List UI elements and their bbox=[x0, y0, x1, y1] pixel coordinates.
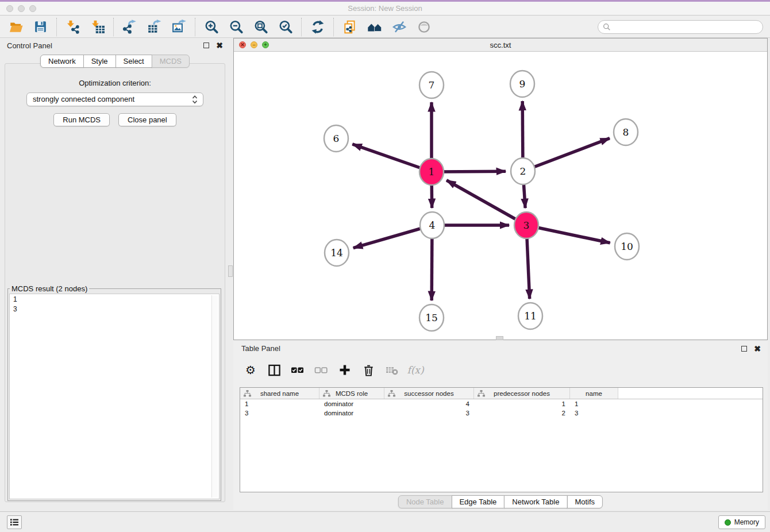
svg-text:9: 9 bbox=[519, 78, 526, 90]
toolbar-separator bbox=[333, 18, 334, 36]
graph-node-1[interactable]: 1 bbox=[419, 159, 444, 185]
tab-network-table[interactable]: Network Table bbox=[504, 495, 567, 508]
save-session-button[interactable] bbox=[28, 18, 53, 36]
close-panel-button[interactable]: Close panel bbox=[118, 113, 176, 126]
graph-node-14[interactable]: 14 bbox=[325, 240, 349, 266]
table-cell[interactable]: 3 bbox=[570, 408, 618, 418]
close-table-panel-icon[interactable]: ✖ bbox=[754, 346, 761, 352]
graph-node-2[interactable]: 2 bbox=[511, 158, 535, 184]
optimization-criterion-label: Optimization criterion: bbox=[5, 79, 225, 87]
import-network-button[interactable] bbox=[60, 18, 85, 36]
tab-network[interactable]: Network bbox=[40, 55, 84, 68]
deselect-all-button[interactable] bbox=[313, 362, 329, 378]
tab-edge-table[interactable]: Edge Table bbox=[451, 495, 505, 508]
network-zoom-icon[interactable]: + bbox=[262, 41, 269, 48]
tab-style[interactable]: Style bbox=[83, 55, 116, 68]
apply-layout-button[interactable] bbox=[305, 18, 330, 36]
hide-selected-button[interactable] bbox=[387, 18, 411, 36]
graph-node-15[interactable]: 15 bbox=[419, 304, 444, 331]
network-close-icon[interactable]: ✕ bbox=[239, 41, 246, 48]
tab-mcds[interactable]: MCDS bbox=[152, 55, 190, 68]
svg-text:4: 4 bbox=[429, 219, 436, 231]
graph-node-7[interactable]: 7 bbox=[419, 72, 444, 98]
table-cell[interactable]: 4 bbox=[384, 399, 474, 408]
graph-node-11[interactable]: 11 bbox=[518, 303, 542, 329]
import-table-button[interactable] bbox=[85, 18, 110, 36]
table-cell[interactable]: dominator bbox=[319, 399, 384, 408]
table-cell[interactable]: 3 bbox=[384, 408, 474, 418]
show-column-button[interactable] bbox=[266, 362, 282, 378]
network-window-titlebar[interactable]: ✕ – + scc.txt bbox=[234, 38, 767, 52]
panel-splitter-handle-vertical[interactable] bbox=[228, 265, 233, 277]
zoom-selected-button[interactable] bbox=[273, 18, 298, 36]
mcds-result-list[interactable]: 13 bbox=[9, 294, 220, 499]
first-neighbors-button[interactable] bbox=[362, 18, 387, 36]
criterion-select[interactable]: strongly connected component bbox=[26, 92, 203, 106]
tab-motifs[interactable]: Motifs bbox=[567, 495, 603, 508]
graph-node-6[interactable]: 6 bbox=[324, 125, 348, 152]
export-network-button[interactable] bbox=[117, 18, 142, 36]
control-panel: Control Panel ✖ NetworkStyleSelectMCDS O… bbox=[0, 38, 230, 504]
graph-edge-3-1[interactable] bbox=[446, 180, 526, 225]
mcds-result-item[interactable]: 3 bbox=[13, 304, 219, 314]
column-type-icon bbox=[478, 390, 485, 397]
export-image-button[interactable] bbox=[167, 18, 191, 36]
eye-slash-icon bbox=[392, 20, 407, 34]
home-pair-icon bbox=[367, 20, 383, 34]
column-header-name[interactable]: name bbox=[570, 388, 618, 399]
duplicate-network-button[interactable] bbox=[337, 18, 362, 36]
zoom-in-button[interactable] bbox=[199, 18, 224, 36]
table-cell[interactable]: 1 bbox=[570, 399, 618, 408]
table-row[interactable]: 3dominator323 bbox=[240, 408, 763, 418]
network-minimize-icon[interactable]: – bbox=[251, 41, 257, 48]
network-graph-svg[interactable]: 1234678910111415 bbox=[234, 52, 767, 340]
result-scrollbar[interactable] bbox=[211, 295, 218, 498]
memory-button[interactable]: Memory bbox=[718, 515, 765, 529]
show-all-button[interactable] bbox=[411, 18, 436, 36]
graph-node-10[interactable]: 10 bbox=[615, 233, 639, 260]
delete-row-button[interactable] bbox=[360, 362, 376, 378]
table-cell[interactable]: 2 bbox=[474, 408, 570, 418]
table-cell[interactable]: 1 bbox=[240, 399, 319, 408]
mcds-result-item[interactable]: 1 bbox=[13, 295, 219, 304]
table-options-button[interactable]: ⚙ bbox=[242, 362, 259, 378]
task-history-button[interactable] bbox=[7, 515, 22, 529]
float-panel-icon[interactable] bbox=[203, 43, 209, 48]
panel-splitter-handle-horizontal[interactable] bbox=[496, 336, 503, 340]
graph-node-8[interactable]: 8 bbox=[614, 119, 638, 145]
plus-icon bbox=[338, 363, 352, 377]
delete-table-button[interactable] bbox=[384, 362, 400, 378]
close-panel-icon[interactable]: ✖ bbox=[216, 43, 223, 48]
zoom-out-button[interactable] bbox=[224, 18, 248, 36]
svg-text:10: 10 bbox=[621, 241, 633, 252]
open-session-button[interactable] bbox=[3, 18, 28, 36]
column-header-MCDS-role[interactable]: MCDS role bbox=[319, 388, 384, 399]
graph-edge-2-8[interactable] bbox=[523, 138, 610, 171]
table-cell[interactable]: 1 bbox=[474, 399, 570, 408]
float-table-panel-icon[interactable] bbox=[741, 346, 747, 352]
network-canvas[interactable]: 1234678910111415 bbox=[234, 52, 767, 340]
search-icon bbox=[603, 23, 611, 31]
tab-select[interactable]: Select bbox=[116, 55, 152, 68]
select-all-button[interactable] bbox=[290, 362, 306, 378]
tab-node-table[interactable]: Node Table bbox=[398, 495, 452, 508]
table-cell[interactable]: dominator bbox=[319, 408, 384, 418]
table-cell[interactable]: 3 bbox=[240, 408, 319, 418]
zoom-fit-button[interactable] bbox=[248, 18, 273, 36]
column-header-predecessor-nodes[interactable]: predecessor nodes bbox=[474, 388, 570, 399]
run-mcds-button[interactable]: Run MCDS bbox=[53, 113, 110, 126]
table-row[interactable]: 1dominator411 bbox=[240, 399, 763, 408]
svg-text:15: 15 bbox=[425, 312, 438, 323]
column-header-shared-name[interactable]: shared name bbox=[240, 388, 319, 399]
column-header-successor-nodes[interactable]: successor nodes bbox=[384, 388, 474, 399]
column-type-icon bbox=[244, 390, 251, 397]
search-input[interactable] bbox=[598, 20, 763, 34]
graph-node-3[interactable]: 3 bbox=[514, 212, 538, 238]
graph-node-4[interactable]: 4 bbox=[420, 212, 444, 238]
add-row-button[interactable] bbox=[337, 362, 353, 378]
app-titlebar: Session: New Session bbox=[0, 2, 770, 16]
export-table-button[interactable] bbox=[142, 18, 167, 36]
graph-node-9[interactable]: 9 bbox=[510, 71, 534, 97]
function-builder-button[interactable]: f(x) bbox=[407, 362, 424, 378]
search-text-field[interactable] bbox=[611, 23, 763, 31]
